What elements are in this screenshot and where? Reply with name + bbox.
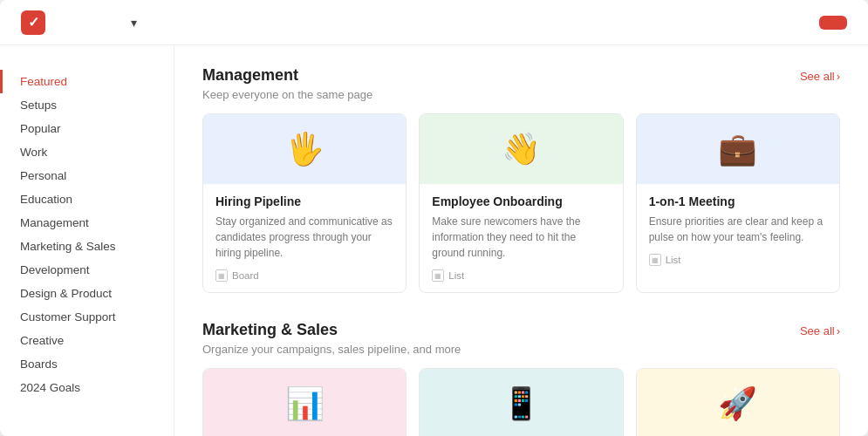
start-free-button[interactable]	[819, 16, 847, 30]
nav-actions	[805, 16, 847, 30]
sidebar-item-featured[interactable]: Featured	[0, 70, 174, 93]
tag-label: List	[448, 270, 464, 281]
card-title: 1-on-1 Meeting	[649, 194, 827, 208]
sidebar-item-boards[interactable]: Boards	[0, 352, 174, 376]
card-body: Hiring Pipeline Stay organized and commu…	[203, 184, 406, 292]
sidebar-item-setups[interactable]: Setups	[0, 93, 174, 117]
tag-icon: ▦	[432, 269, 444, 282]
sidebar-item-marketing--sales[interactable]: Marketing & Sales	[0, 235, 174, 258]
sidebar-item-2024-goals[interactable]: 2024 Goals	[0, 376, 174, 399]
logo[interactable]	[21, 10, 51, 35]
tag-icon: ▦	[215, 269, 228, 282]
chevron-right-icon: ›	[837, 70, 840, 83]
sidebar-item-development[interactable]: Development	[0, 258, 174, 282]
card-1-on-1-meeting[interactable]: 💼 1-on-1 Meeting Ensure priorities are c…	[636, 113, 840, 293]
main-layout: FeaturedSetupsPopularWorkPersonalEducati…	[0, 45, 868, 436]
tag-label: List	[666, 255, 681, 265]
section-management: ManagementSee all ›Keep everyone on the …	[202, 66, 840, 293]
card-title: Employee Onboarding	[432, 194, 610, 208]
cards-grid-marketing-sales: 📊 Sales Pipeline Ensure great client ser…	[202, 368, 840, 436]
sidebar-item-management[interactable]: Management	[0, 211, 174, 235]
card-image: 🖐️	[203, 114, 406, 184]
chevron-right-icon: ›	[837, 324, 840, 337]
section-subtitle-management: Keep everyone on the same page	[202, 88, 840, 101]
card-description: Make sure newcomers have the information…	[432, 214, 610, 261]
nav-resources[interactable]: ▾	[127, 16, 137, 30]
logo-icon	[21, 10, 45, 35]
card-hiring-pipeline[interactable]: 🖐️ Hiring Pipeline Stay organized and co…	[202, 113, 407, 293]
card-description: Ensure priorities are clear and keep a p…	[649, 214, 827, 245]
tag-icon: ▦	[649, 254, 661, 266]
card-tag: ▦ Board	[215, 269, 393, 282]
card-tag: ▦ List	[432, 269, 610, 282]
see-all-management[interactable]: See all ›	[800, 70, 840, 83]
sidebar-item-customer-support[interactable]: Customer Support	[0, 305, 174, 329]
section-title-management: Management	[202, 66, 298, 85]
card-sales-pipeline[interactable]: 📊 Sales Pipeline Ensure great client ser…	[202, 368, 407, 436]
card-image: 💼	[637, 114, 839, 184]
card-image: 📱	[420, 369, 622, 436]
sidebar-item-education[interactable]: Education	[0, 187, 174, 211]
card-body: Employee Onboarding Make sure newcomers …	[420, 184, 622, 292]
card-social-media-calendar[interactable]: 📱 Social Media Calendar Build your brand…	[419, 368, 623, 436]
sidebar-item-work[interactable]: Work	[0, 140, 174, 164]
see-all-marketing-sales[interactable]: See all ›	[800, 324, 840, 337]
card-description: Stay organized and communicative as cand…	[215, 214, 393, 261]
sidebar-heading	[0, 63, 174, 70]
section-title-marketing-sales: Marketing & Sales	[202, 321, 338, 339]
tag-label: Board	[232, 270, 259, 281]
nav-links: ▾	[85, 16, 805, 30]
content-area: ManagementSee all ›Keep everyone on the …	[174, 45, 868, 436]
section-subtitle-marketing-sales: Organize your campaigns, sales pipeline,…	[202, 343, 840, 356]
sidebar-item-popular[interactable]: Popular	[0, 117, 174, 140]
card-image: 📊	[203, 369, 406, 436]
card-body: 1-on-1 Meeting Ensure priorities are cle…	[637, 184, 839, 276]
sidebar-item-design--product[interactable]: Design & Product	[0, 282, 174, 305]
card-image: 🚀	[637, 369, 839, 436]
cards-grid-management: 🖐️ Hiring Pipeline Stay organized and co…	[202, 113, 840, 293]
sidebar: FeaturedSetupsPopularWorkPersonalEducati…	[0, 45, 174, 436]
navbar: ▾	[0, 0, 868, 45]
card-image: 👋	[420, 114, 622, 184]
section-marketing-sales: Marketing & SalesSee all ›Organize your …	[202, 321, 840, 436]
card-employee-onboarding[interactable]: 👋 Employee Onboarding Make sure newcomer…	[419, 113, 623, 293]
sidebar-item-personal[interactable]: Personal	[0, 164, 174, 187]
card-tag: ▦ List	[649, 254, 827, 266]
card-product-launch[interactable]: 🚀 Product Launch Track everything you ne…	[636, 368, 840, 436]
chevron-down-icon: ▾	[131, 16, 137, 30]
sidebar-item-creative[interactable]: Creative	[0, 329, 174, 352]
card-title: Hiring Pipeline	[215, 194, 393, 208]
